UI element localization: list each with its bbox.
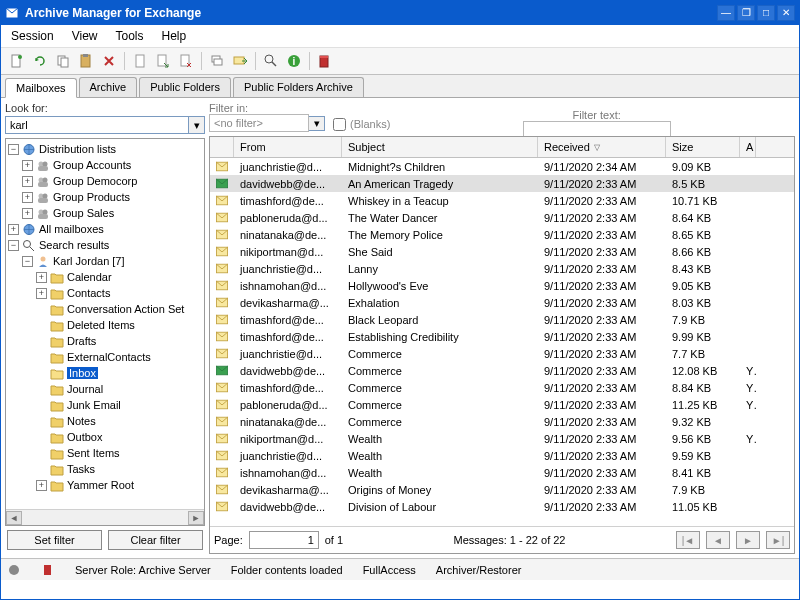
tool-search-icon[interactable] bbox=[261, 51, 281, 71]
grid-row[interactable]: juanchristie@d... Commerce 9/11/2020 2:3… bbox=[210, 345, 794, 362]
tool-delete-icon[interactable] bbox=[99, 51, 119, 71]
page-next-button[interactable]: ► bbox=[736, 531, 760, 549]
tree-twister[interactable] bbox=[36, 464, 47, 475]
set-filter-button[interactable]: Set filter bbox=[7, 530, 102, 550]
lookfor-input[interactable] bbox=[5, 116, 189, 134]
tool-pagearrow-icon[interactable] bbox=[153, 51, 173, 71]
grid-row[interactable]: devikasharma@... Exhalation 9/11/2020 2:… bbox=[210, 294, 794, 311]
scroll-left-button[interactable]: ◄ bbox=[6, 511, 22, 525]
grid-row[interactable]: ishnamohan@d... Wealth 9/11/2020 2:33 AM… bbox=[210, 464, 794, 481]
col-from[interactable]: From bbox=[234, 137, 342, 157]
menu-session[interactable]: Session bbox=[11, 29, 54, 43]
tree-twister[interactable] bbox=[36, 352, 47, 363]
grid-row[interactable]: nikiportman@d... Wealth 9/11/2020 2:33 A… bbox=[210, 430, 794, 447]
tree-twister[interactable]: + bbox=[8, 224, 19, 235]
grid-row[interactable]: juanchristie@d... Wealth 9/11/2020 2:33 … bbox=[210, 447, 794, 464]
grid-row[interactable]: timashford@de... Black Leopard 9/11/2020… bbox=[210, 311, 794, 328]
tree-twister[interactable]: − bbox=[8, 240, 19, 251]
menu-help[interactable]: Help bbox=[162, 29, 187, 43]
grid-row[interactable]: pabloneruda@d... Commerce 9/11/2020 2:33… bbox=[210, 396, 794, 413]
tool-page-icon[interactable] bbox=[130, 51, 150, 71]
tree-node[interactable]: + All mailboxes bbox=[8, 221, 202, 237]
tree-twister[interactable]: + bbox=[22, 192, 33, 203]
tree-twister[interactable]: − bbox=[8, 144, 19, 155]
col-size[interactable]: Size bbox=[666, 137, 740, 157]
menu-tools[interactable]: Tools bbox=[116, 29, 144, 43]
tree-twister[interactable] bbox=[36, 336, 47, 347]
tree-node[interactable]: Outbox bbox=[8, 429, 202, 445]
maximize-button[interactable]: □ bbox=[757, 5, 775, 21]
restore-button[interactable]: ❐ bbox=[737, 5, 755, 21]
tree-node[interactable]: ExternalContacts bbox=[8, 349, 202, 365]
grid-row[interactable]: juanchristie@d... Midnight?s Children 9/… bbox=[210, 158, 794, 175]
grid-row[interactable]: davidwebb@de... Commerce 9/11/2020 2:33 … bbox=[210, 362, 794, 379]
tree-twister[interactable] bbox=[36, 320, 47, 331]
page-prev-button[interactable]: ◄ bbox=[706, 531, 730, 549]
tree-twister[interactable]: + bbox=[22, 160, 33, 171]
grid-row[interactable]: ninatanaka@de... Commerce 9/11/2020 2:33… bbox=[210, 413, 794, 430]
tree-node[interactable]: Journal bbox=[8, 381, 202, 397]
tree-twister[interactable] bbox=[36, 368, 47, 379]
tool-info-icon[interactable]: i bbox=[284, 51, 304, 71]
tree-twister[interactable]: + bbox=[36, 272, 47, 283]
tree-node[interactable]: Sent Items bbox=[8, 445, 202, 461]
grid-body[interactable]: juanchristie@d... Midnight?s Children 9/… bbox=[210, 158, 794, 526]
tree-twister[interactable] bbox=[36, 384, 47, 395]
tool-paste-icon[interactable] bbox=[76, 51, 96, 71]
tree-node[interactable]: Tasks bbox=[8, 461, 202, 477]
minimize-button[interactable]: — bbox=[717, 5, 735, 21]
tree-node[interactable]: + Calendar bbox=[8, 269, 202, 285]
scroll-right-button[interactable]: ► bbox=[188, 511, 204, 525]
tree-twister[interactable] bbox=[36, 448, 47, 459]
tree-twister[interactable] bbox=[36, 400, 47, 411]
page-input[interactable] bbox=[249, 531, 319, 549]
col-received[interactable]: Received▽ bbox=[538, 137, 666, 157]
tool-stack-icon[interactable] bbox=[207, 51, 227, 71]
tree-node[interactable]: + Contacts bbox=[8, 285, 202, 301]
tree-view[interactable]: − Distribution lists + Group Accounts + … bbox=[5, 138, 205, 526]
tree-node[interactable]: Conversation Action Set bbox=[8, 301, 202, 317]
tree-node[interactable]: + Group Sales bbox=[8, 205, 202, 221]
tool-pagecancel-icon[interactable] bbox=[176, 51, 196, 71]
tree-node[interactable]: Deleted Items bbox=[8, 317, 202, 333]
tree-node[interactable]: Notes bbox=[8, 413, 202, 429]
tree-twister[interactable] bbox=[36, 416, 47, 427]
tree-node[interactable]: − Search results bbox=[8, 237, 202, 253]
tree-node[interactable]: Inbox bbox=[8, 365, 202, 381]
filterin-dropdown[interactable]: ▾ bbox=[309, 116, 325, 131]
blanks-checkbox[interactable] bbox=[333, 118, 346, 131]
tree-twister[interactable]: + bbox=[22, 208, 33, 219]
tree-node[interactable]: + Yammer Root bbox=[8, 477, 202, 493]
tree-node[interactable]: + Group Accounts bbox=[8, 157, 202, 173]
tree-twister[interactable] bbox=[36, 432, 47, 443]
grid-row[interactable]: devikasharma@... Origins of Money 9/11/2… bbox=[210, 481, 794, 498]
tab-mailboxes[interactable]: Mailboxes bbox=[5, 78, 77, 98]
col-a[interactable]: A bbox=[740, 137, 756, 157]
tree-twister[interactable]: + bbox=[22, 176, 33, 187]
grid-row[interactable]: davidwebb@de... An American Tragedy 9/11… bbox=[210, 175, 794, 192]
tree-node[interactable]: Drafts bbox=[8, 333, 202, 349]
tool-refresh-icon[interactable] bbox=[30, 51, 50, 71]
tree-twister[interactable]: + bbox=[36, 288, 47, 299]
tool-send-icon[interactable] bbox=[230, 51, 250, 71]
tree-twister[interactable]: − bbox=[22, 256, 33, 267]
tab-public-folders[interactable]: Public Folders bbox=[139, 77, 231, 97]
col-subject[interactable]: Subject bbox=[342, 137, 538, 157]
tool-new-icon[interactable] bbox=[7, 51, 27, 71]
tree-twister[interactable] bbox=[36, 304, 47, 315]
grid-row[interactable]: ninatanaka@de... The Memory Police 9/11/… bbox=[210, 226, 794, 243]
tree-twister[interactable]: + bbox=[36, 480, 47, 491]
grid-row[interactable]: timashford@de... Whiskey in a Teacup 9/1… bbox=[210, 192, 794, 209]
tool-archive-icon[interactable] bbox=[315, 51, 335, 71]
grid-row[interactable]: nikiportman@d... She Said 9/11/2020 2:33… bbox=[210, 243, 794, 260]
clear-filter-button[interactable]: Clear filter bbox=[108, 530, 203, 550]
tab-public-folders-archive[interactable]: Public Folders Archive bbox=[233, 77, 364, 97]
tree-node[interactable]: − Distribution lists bbox=[8, 141, 202, 157]
tree-node[interactable]: + Group Democorp bbox=[8, 173, 202, 189]
tree-node[interactable]: Junk Email bbox=[8, 397, 202, 413]
tree-node[interactable]: − Karl Jordan [7] bbox=[8, 253, 202, 269]
grid-row[interactable]: timashford@de... Commerce 9/11/2020 2:33… bbox=[210, 379, 794, 396]
page-last-button[interactable]: ►| bbox=[766, 531, 790, 549]
page-first-button[interactable]: |◄ bbox=[676, 531, 700, 549]
grid-row[interactable]: pabloneruda@d... The Water Dancer 9/11/2… bbox=[210, 209, 794, 226]
